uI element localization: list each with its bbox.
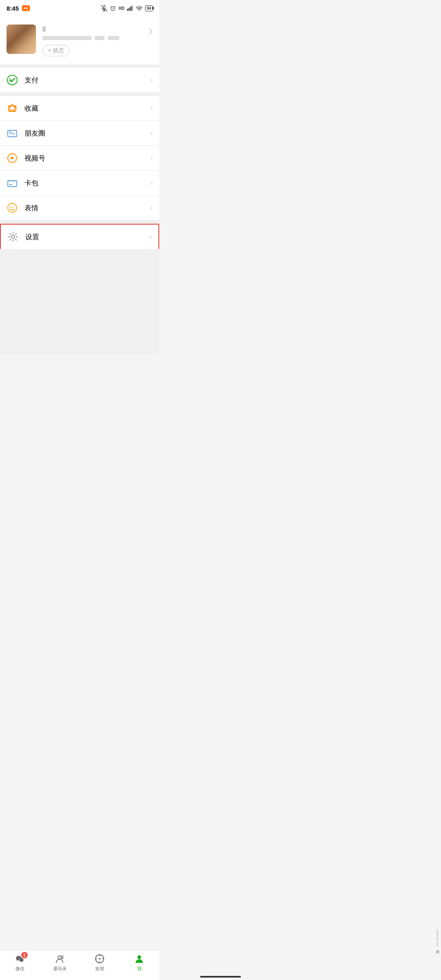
menu-item-payment[interactable]: 支付 › <box>0 68 159 93</box>
payment-chevron: › <box>151 76 153 84</box>
bottom-gray-area <box>0 249 159 355</box>
svg-point-21 <box>11 235 15 238</box>
wifi-icon <box>136 5 143 11</box>
profile-section: + 状态 <box>0 15 159 65</box>
card-label: 卡包 <box>24 178 151 188</box>
profile-id-small2 <box>108 36 119 40</box>
svg-marker-14 <box>11 156 15 160</box>
menu-section: 支付 › 收藏 › 朋友圈 › <box>0 68 159 249</box>
svg-rect-6 <box>130 7 131 11</box>
moments-label: 朋友圈 <box>24 129 151 138</box>
menu-item-moments[interactable]: 朋友圈 › <box>0 121 159 146</box>
status-right: HD 94 <box>101 5 153 11</box>
favorites-label: 收藏 <box>24 104 151 113</box>
status-left: 8:45 mi <box>7 5 30 12</box>
profile-name-placeholder <box>42 26 46 32</box>
emoji-label: 表情 <box>24 203 151 213</box>
svg-rect-4 <box>127 9 128 11</box>
payment-icon <box>7 74 18 86</box>
payment-label: 支付 <box>24 76 151 85</box>
profile-id-small <box>95 36 105 40</box>
menu-item-emoji[interactable]: 表情 › <box>0 196 159 220</box>
section-divider-2 <box>0 93 159 96</box>
favorites-chevron: › <box>151 105 153 112</box>
svg-rect-11 <box>8 130 17 137</box>
menu-item-channels[interactable]: 视频号 › <box>0 146 159 171</box>
settings-chevron: › <box>150 233 152 241</box>
status-bar: 8:45 mi HD <box>0 0 159 15</box>
mute-icon <box>101 5 107 11</box>
section-divider-3 <box>0 220 159 224</box>
svg-point-20 <box>13 207 15 208</box>
mi-icon: mi <box>22 5 30 11</box>
profile-id-bar <box>42 36 91 40</box>
svg-rect-5 <box>128 8 129 11</box>
profile-info: + 状态 <box>42 24 153 56</box>
channels-icon <box>7 152 18 164</box>
section-divider-1 <box>0 65 159 68</box>
battery-icon: 94 <box>145 5 153 11</box>
settings-label: 设置 <box>25 232 150 242</box>
favorites-icon <box>7 102 18 114</box>
channels-label: 视频号 <box>24 154 151 163</box>
svg-rect-16 <box>8 180 17 183</box>
svg-point-19 <box>10 207 11 208</box>
battery-value: 94 <box>147 6 151 11</box>
hd-label: HD <box>118 6 124 11</box>
svg-point-9 <box>7 75 17 85</box>
alarm-icon <box>110 5 116 11</box>
profile-id-row <box>42 36 153 40</box>
svg-point-8 <box>139 10 140 11</box>
card-icon <box>7 177 18 189</box>
menu-item-favorites[interactable]: 收藏 › <box>0 96 159 121</box>
moments-icon <box>7 127 18 139</box>
emoji-chevron: › <box>151 204 153 212</box>
card-chevron: › <box>151 179 153 187</box>
profile-right-area <box>149 28 153 35</box>
emoji-icon <box>7 202 18 214</box>
channels-chevron: › <box>151 154 153 162</box>
menu-item-settings[interactable]: 设置 › <box>0 224 159 249</box>
status-badge-label: + 状态 <box>48 47 64 54</box>
chevron-right-icon <box>149 28 153 35</box>
menu-item-card[interactable]: 卡包 › <box>0 171 159 196</box>
status-time: 8:45 <box>7 5 19 12</box>
svg-rect-7 <box>131 6 132 11</box>
avatar[interactable] <box>7 24 36 54</box>
svg-point-18 <box>8 203 17 212</box>
svg-point-12 <box>10 131 11 133</box>
status-badge-button[interactable]: + 状态 <box>42 45 69 56</box>
settings-icon <box>7 231 19 243</box>
signal-icon <box>127 5 134 11</box>
moments-chevron: › <box>151 129 153 137</box>
